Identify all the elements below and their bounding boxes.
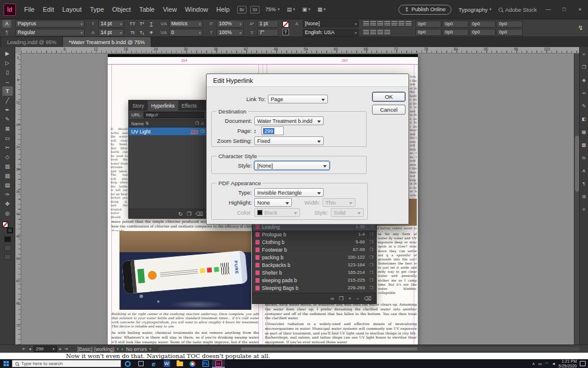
align-away-spine-button[interactable]: [370, 30, 376, 35]
taskbar-app-chrome[interactable]: [186, 359, 199, 368]
pencil-tool[interactable]: ✎: [2, 115, 13, 124]
apply-color-button[interactable]: [4, 236, 11, 242]
bookmark-row[interactable]: Clothing b 5-66 ❐: [253, 238, 376, 246]
url-input[interactable]: http://: [144, 112, 204, 118]
link-to-select[interactable]: Page: [268, 95, 328, 103]
collapse-panels-icon[interactable]: «: [580, 52, 587, 57]
font-size-field[interactable]: 14 pt▾: [98, 20, 124, 28]
horizontal-scrollbar-thumb[interactable]: [241, 347, 417, 350]
language-select[interactable]: English: USA▾: [303, 29, 359, 36]
menu-item[interactable]: Object: [108, 6, 135, 13]
quick-apply-icon[interactable]: ↯: [578, 24, 586, 32]
horizontal-scale-field[interactable]: 100%▾: [217, 29, 244, 36]
stroke-swatch-icon[interactable]: [7, 228, 13, 233]
indent-field[interactable]: 0p0: [470, 21, 496, 28]
add-icon[interactable]: +: [348, 296, 351, 302]
underline-button[interactable]: T: [147, 21, 155, 26]
document-select[interactable]: Water Treatment b.indd: [254, 116, 324, 125]
zoom-tool[interactable]: ◎: [2, 209, 13, 218]
menu-item[interactable]: Layout: [58, 6, 86, 13]
align-towards-spine-button[interactable]: [363, 30, 369, 35]
taskbar-search-input[interactable]: Type here to search: [12, 360, 121, 367]
taskbar-app-word[interactable]: W: [160, 359, 173, 368]
battery-icon[interactable]: ▭: [538, 362, 542, 366]
remove-icon[interactable]: −: [356, 296, 359, 302]
adobe-stock-search[interactable]: Adobe Stock: [499, 6, 537, 13]
spin-down-icon[interactable]: ▾: [254, 131, 259, 133]
all-caps-button[interactable]: TT: [128, 21, 137, 26]
type-tool[interactable]: T: [2, 86, 13, 96]
indent-field[interactable]: 0p0: [416, 29, 441, 36]
character-style-select[interactable]: [None]: [254, 161, 330, 170]
action-center-icon[interactable]: [580, 361, 586, 366]
stock-button[interactable]: St: [250, 6, 260, 14]
superscript-button[interactable]: T¹: [138, 21, 146, 26]
gradient-icon[interactable]: ▩: [580, 142, 587, 148]
menu-item[interactable]: Window: [181, 6, 212, 13]
ok-button[interactable]: OK: [372, 92, 406, 102]
zoom-level-select[interactable]: 75% ▾: [265, 6, 280, 12]
align-right-button[interactable]: [377, 21, 383, 26]
note-tool[interactable]: ▤: [2, 180, 13, 190]
vertical-scale-field[interactable]: 100%▾: [217, 20, 244, 28]
gradient-swatch-tool[interactable]: ▥: [2, 162, 13, 171]
new-item-icon[interactable]: ❐: [339, 296, 344, 302]
baseline-shift-field[interactable]: 1 pt: [257, 20, 278, 28]
rectangle-tool[interactable]: ▭: [2, 133, 13, 143]
page-number-field[interactable]: 299 ▾: [34, 346, 57, 352]
fill-stroke-swatches[interactable]: [2, 222, 13, 233]
pages-icon[interactable]: ❐: [580, 65, 587, 70]
align-center-button[interactable]: [370, 21, 376, 26]
justify-center-button[interactable]: [391, 21, 397, 26]
next-page-button[interactable]: ▸: [59, 346, 62, 352]
effects-icon[interactable]: fx: [580, 155, 587, 160]
bookmark-row[interactable]: Footwear b 67-99 ❐: [253, 246, 376, 253]
indent-field[interactable]: 0p0: [416, 21, 441, 28]
skew-field[interactable]: 7°: [257, 29, 278, 36]
selection-tool[interactable]: ▶: [2, 49, 13, 58]
gradient-feather-tool[interactable]: ▨: [2, 171, 13, 180]
paragraph-formatting-button[interactable]: ¶: [2, 29, 11, 36]
taskbar-app-explorer[interactable]: [173, 359, 186, 368]
type-select[interactable]: Invisible Rectangle: [254, 188, 324, 197]
swatches-icon[interactable]: ▦: [580, 129, 587, 135]
paragraph-styles-icon[interactable]: ¶: [580, 181, 587, 186]
volume-icon[interactable]: ◄: [552, 362, 556, 366]
menu-item[interactable]: Edit: [39, 6, 58, 13]
layers-icon[interactable]: ◈: [580, 78, 587, 83]
menu-item[interactable]: Table: [135, 6, 158, 13]
hyperlink-row[interactable]: UV Light 299 ❐: [129, 128, 207, 135]
highlight-select[interactable]: None: [254, 198, 292, 207]
close-button[interactable]: ×: [576, 6, 584, 12]
direct-selection-tool[interactable]: ▷: [2, 58, 13, 68]
pen-tool[interactable]: ✒: [2, 105, 13, 115]
text-wrap-icon[interactable]: ≡: [580, 207, 587, 212]
delete-icon[interactable]: ⌫: [364, 296, 371, 302]
subscript-button[interactable]: T₁: [138, 30, 146, 35]
bookmark-row[interactable]: sleeping pads b 215-225 ❐: [253, 276, 376, 284]
font-family-select[interactable]: Papyrus▾: [15, 20, 85, 28]
bookmark-row[interactable]: Sleeping Bags b 226-293 ❐: [253, 284, 376, 292]
bookmark-row[interactable]: Prologue b 1-4 ❐: [253, 230, 376, 238]
rectangle-frame-tool[interactable]: ⊠: [2, 124, 13, 133]
character-styles-icon[interactable]: A: [580, 168, 587, 173]
minimize-button[interactable]: —: [544, 6, 553, 12]
panel-tab[interactable]: Hyperlinks: [148, 101, 178, 111]
bookmark-row[interactable]: Backpacks b 123-164 ❐: [253, 261, 376, 269]
previous-page-button[interactable]: ◂: [29, 346, 31, 352]
taskbar-app-edge[interactable]: e: [147, 359, 160, 368]
kerning-select[interactable]: Metrics▾: [169, 20, 203, 28]
menu-item[interactable]: View: [159, 6, 181, 13]
menu-item[interactable]: File: [20, 6, 39, 13]
tracking-select[interactable]: 0▾: [169, 29, 203, 36]
gap-tool[interactable]: ↔: [2, 77, 13, 86]
publish-online-button[interactable]: ↥ Publish Online: [398, 5, 451, 15]
update-hyperlink-icon[interactable]: ↻: [178, 211, 183, 217]
zoom-setting-select[interactable]: Fixed: [254, 136, 324, 145]
hand-tool[interactable]: ✥: [2, 199, 13, 209]
taskbar-clock[interactable]: 1:21 PM 5/25/2020: [559, 359, 577, 368]
menu-item[interactable]: Help: [212, 6, 234, 13]
delete-hyperlink-icon[interactable]: ⌫: [195, 211, 203, 217]
leading-field[interactable]: 14 pt▾: [98, 29, 124, 36]
ignore-optical-margin-button[interactable]: [384, 30, 390, 35]
